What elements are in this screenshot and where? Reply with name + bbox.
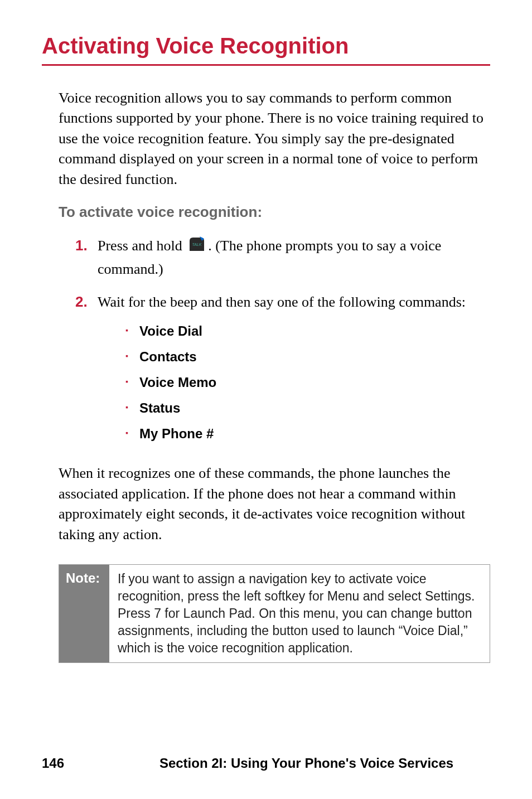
command-item: Status xyxy=(125,398,490,418)
closing-paragraph: When it recognizes one of these commands… xyxy=(42,463,490,545)
step-text-before: Press and hold xyxy=(98,238,186,254)
command-item: Contacts xyxy=(125,347,490,367)
note-text: If you want to assign a navigation key t… xyxy=(109,565,490,662)
step-1: 1. Press and hold TALK. (The phone promp… xyxy=(75,235,490,280)
section-label: Section 2I: Using Your Phone's Voice Ser… xyxy=(123,756,490,771)
step-number: 1. xyxy=(75,235,98,280)
page-number: 146 xyxy=(42,756,123,771)
note-box: Note: If you want to assign a navigation… xyxy=(59,564,490,663)
subheading: To activate voice recognition: xyxy=(42,204,490,221)
step-number: 2. xyxy=(75,291,98,449)
command-item: My Phone # xyxy=(125,424,490,444)
step-text: Wait for the beep and then say one of th… xyxy=(98,291,490,449)
page-title: Activating Voice Recognition xyxy=(42,33,490,66)
step-text-main: Wait for the beep and then say one of th… xyxy=(98,294,466,310)
page-footer: 146 Section 2I: Using Your Phone's Voice… xyxy=(42,756,490,771)
svg-text:TALK: TALK xyxy=(192,243,202,246)
command-item: Voice Memo xyxy=(125,372,490,393)
commands-list: Voice Dial Contacts Voice Memo Status My… xyxy=(98,321,490,444)
steps-list: 1. Press and hold TALK. (The phone promp… xyxy=(42,235,490,450)
command-item: Voice Dial xyxy=(125,321,490,341)
intro-paragraph: Voice recognition allows you to say comm… xyxy=(42,88,490,190)
talk-button-icon: TALK xyxy=(187,235,206,258)
step-text: Press and hold TALK. (The phone prompts … xyxy=(98,235,490,280)
step-2: 2. Wait for the beep and then say one of… xyxy=(75,291,490,449)
note-label: Note: xyxy=(59,565,109,662)
